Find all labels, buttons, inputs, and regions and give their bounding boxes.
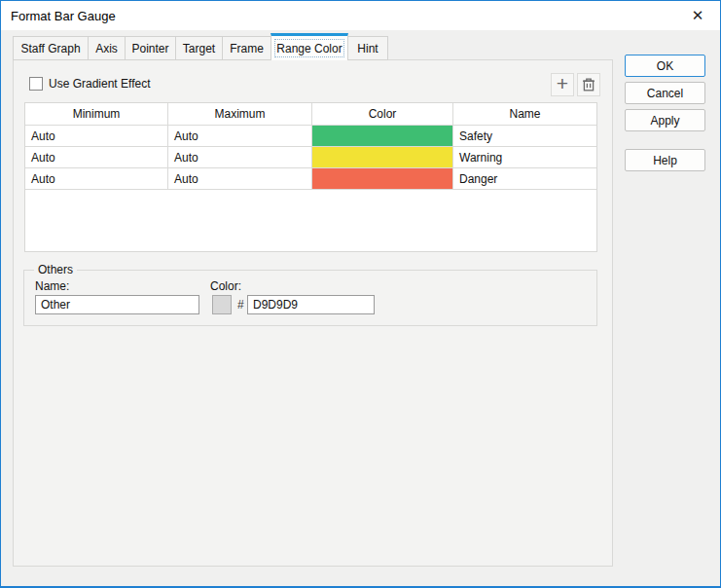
color-field-label: Color: bbox=[210, 279, 241, 293]
tab-bar: Staff Graph Axis Pointer Target Frame Ra… bbox=[13, 33, 388, 60]
tab-target[interactable]: Target bbox=[175, 36, 223, 60]
color-swatch-warning[interactable] bbox=[312, 147, 452, 167]
use-gradient-checkbox[interactable] bbox=[29, 77, 43, 91]
other-color-hex-input[interactable] bbox=[247, 295, 375, 314]
use-gradient-label: Use Gradient Effect bbox=[49, 77, 151, 91]
plus-icon: + bbox=[557, 74, 568, 93]
other-color-swatch[interactable] bbox=[212, 295, 232, 314]
minimum-cell[interactable]: Auto bbox=[25, 147, 168, 168]
titlebar: Format Bar Gauge ✕ bbox=[1, 1, 720, 30]
table-row[interactable]: Auto Auto Warning bbox=[25, 147, 596, 168]
tab-hint[interactable]: Hint bbox=[347, 36, 388, 60]
color-swatch-danger[interactable] bbox=[312, 168, 452, 189]
trash-icon bbox=[581, 77, 596, 92]
close-icon[interactable]: ✕ bbox=[681, 1, 714, 30]
cancel-button[interactable]: Cancel bbox=[625, 82, 705, 104]
range-color-panel: Use Gradient Effect + M bbox=[13, 59, 613, 567]
dialog-title: Format Bar Gauge bbox=[11, 9, 116, 23]
hash-sign: # bbox=[237, 298, 244, 312]
minimum-cell[interactable]: Auto bbox=[25, 126, 168, 147]
ok-button[interactable]: OK bbox=[625, 55, 705, 77]
color-cell[interactable] bbox=[312, 147, 453, 168]
color-cell[interactable] bbox=[312, 168, 453, 190]
others-group: Others Name: Color: # bbox=[23, 270, 597, 326]
table-header-row: Minimum Maximum Color Name bbox=[25, 103, 596, 126]
minimum-cell[interactable]: Auto bbox=[25, 168, 168, 190]
tab-frame[interactable]: Frame bbox=[222, 36, 271, 60]
add-range-button[interactable]: + bbox=[551, 73, 574, 96]
others-legend: Others bbox=[34, 263, 77, 276]
tab-pointer[interactable]: Pointer bbox=[125, 36, 176, 60]
help-button[interactable]: Help bbox=[625, 149, 705, 171]
column-header-maximum[interactable]: Maximum bbox=[168, 103, 312, 126]
color-cell[interactable] bbox=[312, 126, 453, 147]
name-cell[interactable]: Danger bbox=[453, 168, 596, 190]
column-header-name[interactable]: Name bbox=[453, 103, 596, 126]
format-bar-gauge-dialog: Format Bar Gauge ✕ Staff Graph Axis Poin… bbox=[0, 0, 721, 588]
delete-range-button[interactable] bbox=[577, 73, 600, 96]
use-gradient-row: Use Gradient Effect bbox=[29, 77, 151, 91]
other-name-input[interactable] bbox=[35, 295, 199, 314]
table-row[interactable]: Auto Auto Danger bbox=[25, 168, 596, 190]
name-cell[interactable]: Safety bbox=[453, 126, 596, 147]
maximum-cell[interactable]: Auto bbox=[168, 147, 312, 168]
tab-staff-graph[interactable]: Staff Graph bbox=[13, 36, 89, 60]
maximum-cell[interactable]: Auto bbox=[168, 126, 312, 147]
range-color-table: Minimum Maximum Color Name Auto Auto Saf… bbox=[24, 102, 597, 252]
tab-range-color[interactable]: Range Color bbox=[270, 33, 348, 60]
column-header-minimum[interactable]: Minimum bbox=[25, 103, 168, 126]
table-row[interactable]: Auto Auto Safety bbox=[25, 126, 596, 147]
column-header-color[interactable]: Color bbox=[312, 103, 453, 126]
name-field-label: Name: bbox=[35, 279, 69, 293]
color-swatch-safety[interactable] bbox=[312, 126, 452, 146]
tab-axis[interactable]: Axis bbox=[88, 36, 126, 60]
maximum-cell[interactable]: Auto bbox=[168, 168, 312, 190]
name-cell[interactable]: Warning bbox=[453, 147, 596, 168]
apply-button[interactable]: Apply bbox=[625, 109, 705, 131]
